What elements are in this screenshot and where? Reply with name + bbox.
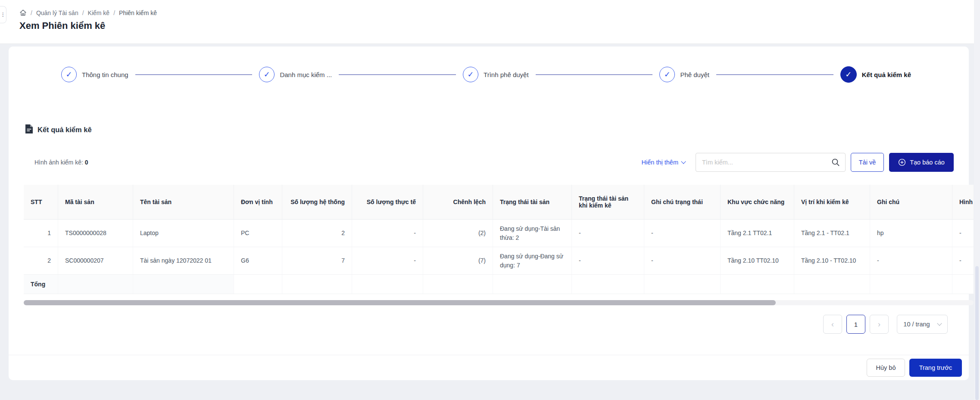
download-button[interactable]: Tải về — [851, 153, 884, 172]
step-connector — [536, 74, 653, 75]
stepper: ✓Thông tin chung✓Danh mục kiểm ...✓Trình… — [9, 47, 969, 83]
total-cell — [644, 275, 721, 294]
breadcrumb-item-inventory-session: Phiên kiểm kê — [119, 9, 157, 16]
vertical-scrollbar[interactable] — [974, 0, 980, 400]
breadcrumb-separator: / — [82, 9, 84, 16]
cell-status_note: - — [644, 247, 721, 274]
cell-status_note: - — [644, 220, 721, 247]
step-2[interactable]: ✓Danh mục kiểm ... — [259, 67, 332, 82]
total-cell — [423, 275, 493, 294]
step-connector — [339, 74, 456, 75]
cell-difference: (7) — [423, 247, 493, 274]
total-cell — [234, 275, 282, 294]
previous-page-button[interactable]: Trang trước — [909, 359, 962, 377]
col-header-code: Mã tài sản — [58, 185, 133, 219]
total-cell — [870, 275, 952, 294]
breadcrumb-separator: / — [31, 9, 32, 16]
footer-actions: Hủy bỏ Trang trước — [9, 355, 969, 380]
step-label: Kết quả kiểm kê — [862, 71, 911, 78]
cell-area: Tầng 2.10 TT02.10 — [721, 247, 794, 274]
step-4[interactable]: ✓Phê duyệt — [659, 67, 709, 82]
col-header-status_note: Ghi chú trạng thái — [644, 185, 721, 219]
pagination-next-button[interactable]: › — [870, 315, 889, 334]
cancel-button[interactable]: Hủy bỏ — [867, 359, 905, 377]
step-check-icon: ✓ — [840, 66, 857, 83]
step-connector — [716, 74, 833, 75]
col-header-stt: STT — [24, 185, 58, 219]
page-size-select[interactable]: 10 / trang — [897, 315, 948, 334]
step-check-icon: ✓ — [463, 67, 478, 82]
images-count-label: Hình ảnh kiểm kê: — [34, 159, 83, 166]
show-more-link[interactable]: Hiển thị thêm — [642, 159, 685, 166]
cell-position: Tầng 2.10 - TT02.10 — [794, 247, 870, 274]
col-header-image: Hình — [952, 185, 974, 219]
chevron-down-icon — [681, 159, 686, 164]
cell-qty_actual: - — [352, 247, 423, 274]
cell-qty_system: 2 — [282, 220, 352, 247]
breadcrumb-separator: / — [113, 9, 115, 16]
col-header-area: Khu vực chức năng — [721, 185, 794, 219]
cell-qty_system: 7 — [282, 247, 352, 274]
pagination-prev-button[interactable]: ‹ — [823, 315, 842, 334]
search-input[interactable] — [702, 159, 831, 166]
step-3[interactable]: ✓Trình phê duyệt — [463, 67, 529, 82]
total-cell — [721, 275, 794, 294]
col-header-position: Vị trí khi kiểm kê — [794, 185, 870, 219]
create-report-button[interactable]: Tạo báo cáo — [889, 153, 954, 172]
breadcrumb-item-asset-management[interactable]: Quản lý Tài sản — [36, 9, 78, 16]
col-header-name: Tên tài sản — [133, 185, 234, 219]
cell-status_at_check: - — [572, 220, 644, 247]
table-row: 2SC000000207Tài sản ngày 12072022 01G67-… — [24, 247, 974, 275]
total-cell — [572, 275, 644, 294]
step-label: Trình phê duyệt — [484, 71, 529, 78]
step-connector — [135, 74, 253, 75]
step-label: Thông tin chung — [82, 71, 128, 78]
cell-code: SC000000207 — [58, 247, 133, 274]
step-check-icon: ✓ — [259, 67, 275, 82]
step-1[interactable]: ✓Thông tin chung — [61, 67, 128, 82]
document-icon — [25, 124, 33, 136]
pagination-page-1[interactable]: 1 — [846, 315, 865, 334]
cell-area: Tầng 2.1 TT02.1 — [721, 220, 794, 247]
step-5[interactable]: ✓Kết quả kiểm kê — [840, 66, 911, 83]
col-header-status: Trạng thái tài sản — [493, 185, 572, 219]
sidebar-toggle-icon: ⋮ — [0, 12, 6, 18]
breadcrumb-item-inventory[interactable]: Kiểm kê — [88, 9, 110, 16]
cell-difference: (2) — [423, 220, 493, 247]
col-header-qty_system: Số lượng hệ thống — [282, 185, 352, 219]
images-count-value: 0 — [85, 159, 88, 166]
chevron-down-icon — [937, 321, 942, 326]
total-cell — [133, 275, 234, 294]
cell-status_at_check: - — [572, 247, 644, 274]
total-cell — [493, 275, 572, 294]
cell-note: - — [870, 247, 952, 274]
plus-circle-icon — [898, 158, 906, 166]
cell-unit: G6 — [234, 247, 282, 274]
cell-status: Đang sử dụng-Đang sử dụng: 7 — [493, 247, 572, 274]
step-check-icon: ✓ — [61, 67, 77, 82]
table-row: 1TS0000000028LaptopPC2-(2)Đang sử dụng-T… — [24, 220, 974, 247]
cell-stt: 1 — [24, 220, 58, 247]
col-header-difference: Chênh lệch — [423, 185, 493, 219]
col-header-status_at_check: Trạng thái tài sản khi kiểm kê — [572, 185, 644, 219]
horizontal-scrollbar[interactable] — [24, 300, 974, 305]
vertical-scrollbar-thumb[interactable] — [975, 266, 979, 400]
sidebar-toggle[interactable]: ⋮ — [0, 6, 6, 23]
cell-image: - — [952, 247, 974, 274]
step-label: Danh mục kiểm ... — [280, 71, 332, 78]
step-check-icon: ✓ — [659, 67, 675, 82]
table-toolbar: Hình ảnh kiểm kê: 0 Hiển thị thêm Tải về… — [24, 153, 954, 172]
section-header: Kết quả kiểm kê — [25, 124, 969, 136]
search-box — [696, 153, 846, 172]
show-more-label: Hiển thị thêm — [642, 159, 678, 166]
home-icon[interactable] — [19, 9, 27, 16]
table-header-row: STTMã tài sảnTên tài sảnĐơn vị tínhSố lư… — [24, 185, 974, 220]
cell-name: Laptop — [133, 220, 234, 247]
cell-unit: PC — [234, 220, 282, 247]
horizontal-scrollbar-thumb[interactable] — [24, 300, 776, 305]
create-report-label: Tạo báo cáo — [910, 159, 945, 166]
cell-status: Đang sử dụng-Tài sản thừa: 2 — [493, 220, 572, 247]
search-icon[interactable] — [831, 158, 840, 167]
total-cell — [794, 275, 870, 294]
breadcrumb: / Quản lý Tài sản / Kiểm kê / Phiên kiểm… — [19, 9, 980, 16]
